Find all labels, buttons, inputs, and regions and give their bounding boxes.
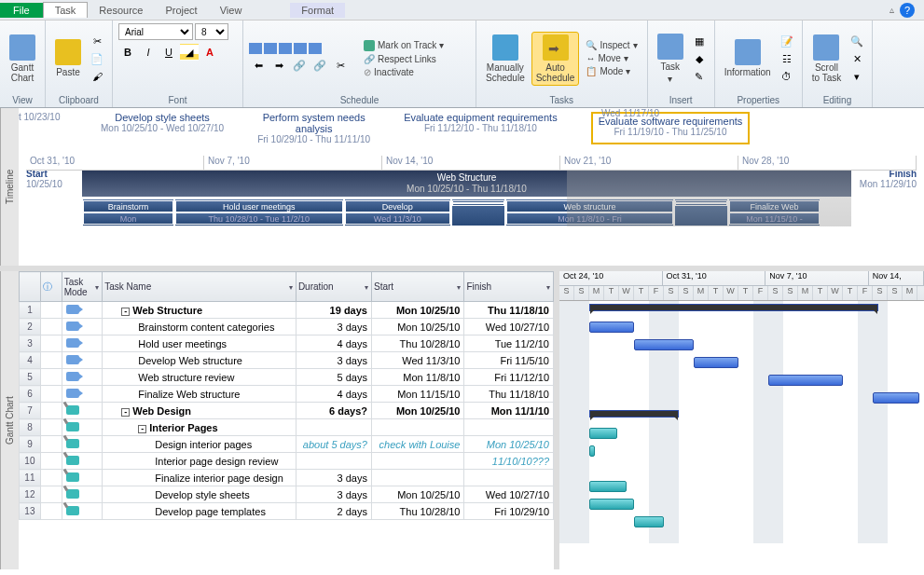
bgcolor-button[interactable]: ◢ bbox=[180, 44, 199, 61]
name-cell[interactable]: Develop Web structure bbox=[103, 352, 297, 369]
task-insert-button[interactable]: Task▾ bbox=[654, 32, 687, 86]
unlink-button[interactable]: 🔗 bbox=[310, 57, 329, 74]
format-painter-button[interactable]: 🖌 bbox=[88, 68, 106, 85]
gantt-bar[interactable] bbox=[694, 357, 738, 368]
mark-on-track-button[interactable]: Mark on Track ▾ bbox=[360, 39, 448, 52]
start-cell[interactable]: Mon 10/25/10 bbox=[371, 403, 463, 419]
name-col[interactable]: Task Name▾ bbox=[103, 272, 297, 302]
notes-button[interactable]: 📝 bbox=[778, 33, 796, 49]
start-cell[interactable] bbox=[371, 453, 463, 470]
mode-cell[interactable] bbox=[62, 319, 103, 335]
task-row[interactable]: 8 -Interior Pages bbox=[20, 419, 554, 436]
format-tab[interactable]: Format bbox=[290, 3, 345, 18]
start-col[interactable]: Start▾ bbox=[371, 272, 463, 302]
duration-cell[interactable]: 3 days bbox=[296, 486, 371, 503]
start-cell[interactable]: Mon 11/8/10 bbox=[371, 369, 463, 386]
name-cell[interactable]: Interior page design review bbox=[103, 453, 297, 470]
outline-toggle[interactable]: - bbox=[121, 408, 130, 417]
timeline-task-bar[interactable]: Hold user meetingsThu 10/28/10 - Tue 11/… bbox=[174, 199, 344, 226]
italic-button[interactable]: I bbox=[139, 44, 158, 61]
move-button[interactable]: ↔Move ▾ bbox=[582, 52, 641, 64]
name-cell[interactable]: -Web Structure bbox=[103, 302, 297, 319]
name-cell[interactable]: Develop style sheets bbox=[103, 486, 297, 503]
start-cell[interactable]: Thu 10/28/10 bbox=[371, 503, 463, 520]
outline-toggle[interactable]: - bbox=[121, 308, 130, 316]
row-number[interactable]: 5 bbox=[20, 369, 41, 386]
minimize-ribbon-icon[interactable]: ▵ bbox=[890, 5, 894, 15]
respect-links-button[interactable]: 🔗Respect Links bbox=[360, 53, 448, 65]
mode-cell[interactable] bbox=[62, 386, 103, 403]
row-number[interactable]: 13 bbox=[20, 503, 41, 520]
mode-button[interactable]: 📋Mode ▾ bbox=[582, 65, 641, 77]
inactivate-button[interactable]: ⊘Inactivate bbox=[360, 66, 448, 78]
gantt-bar[interactable] bbox=[589, 410, 679, 418]
paste-button[interactable]: Paste bbox=[51, 37, 85, 79]
summary-button[interactable]: ▦ bbox=[690, 33, 709, 49]
timeline-callout[interactable]: Develop style sheetsMon 10/25/10 - Wed 1… bbox=[101, 112, 224, 144]
gantt-bar[interactable] bbox=[589, 322, 634, 333]
finish-cell[interactable]: Fri 10/29/10 bbox=[464, 503, 554, 520]
indicator-col[interactable]: ⓘ bbox=[40, 272, 62, 302]
outline-toggle[interactable]: - bbox=[138, 425, 146, 433]
task-row[interactable]: 9 Design interior pages about 5 days? ch… bbox=[20, 436, 554, 453]
duration-cell[interactable]: 4 days bbox=[296, 335, 371, 352]
duration-cell[interactable] bbox=[296, 419, 371, 436]
pct100-button[interactable] bbox=[309, 43, 322, 54]
file-tab[interactable]: File bbox=[0, 3, 43, 18]
task-table[interactable]: ⓘ Task Mode▾ Task Name▾ Duration▾ Start▾… bbox=[19, 271, 559, 569]
mode-cell[interactable] bbox=[62, 419, 103, 436]
gantt-chart-area[interactable]: Oct 24, '10Oct 31, '10Nov 7, '10Nov 14, … bbox=[559, 271, 924, 569]
row-number[interactable]: 7 bbox=[20, 403, 41, 419]
auto-schedule-button[interactable]: ➡ Auto Schedule bbox=[531, 32, 580, 86]
finish-cell[interactable]: Fri 11/5/10 bbox=[464, 352, 554, 369]
name-cell[interactable]: Hold user meetings bbox=[103, 335, 297, 352]
copy-button[interactable]: 📄 bbox=[88, 50, 106, 67]
duration-cell[interactable] bbox=[296, 453, 371, 470]
timeline-add-button[interactable]: ⏱ bbox=[778, 68, 796, 85]
duration-cell[interactable]: 3 days bbox=[296, 470, 371, 486]
task-row[interactable]: 11 Finalize interior page design 3 days bbox=[20, 470, 554, 486]
duration-cell[interactable]: 3 days bbox=[296, 319, 371, 335]
duration-cell[interactable]: 2 days bbox=[296, 503, 371, 520]
start-cell[interactable]: Mon 10/25/10 bbox=[371, 302, 463, 319]
manually-schedule-button[interactable]: Manually Schedule bbox=[482, 33, 529, 85]
finish-cell[interactable]: Tue 11/2/10 bbox=[464, 335, 554, 352]
timeline-callout[interactable]: Evaluate equipment requirementsFri 11/12… bbox=[404, 112, 557, 144]
bold-button[interactable]: B bbox=[118, 44, 137, 61]
finish-cell[interactable] bbox=[464, 470, 554, 486]
name-cell[interactable]: Finalize Web structure bbox=[103, 386, 297, 403]
row-number[interactable]: 6 bbox=[20, 386, 41, 403]
row-number[interactable]: 8 bbox=[20, 419, 41, 436]
start-cell[interactable]: Mon 10/25/10 bbox=[371, 319, 463, 335]
gantt-bar[interactable] bbox=[768, 375, 843, 386]
start-cell[interactable] bbox=[371, 419, 463, 436]
row-number[interactable]: 9 bbox=[20, 436, 41, 453]
row-number[interactable]: 12 bbox=[20, 486, 41, 503]
start-cell[interactable]: check with Louise bbox=[371, 436, 463, 453]
mode-cell[interactable] bbox=[62, 352, 103, 369]
fontcolor-button[interactable]: A bbox=[200, 44, 219, 61]
start-cell[interactable]: Thu 10/28/10 bbox=[371, 335, 463, 352]
finish-cell[interactable] bbox=[464, 419, 554, 436]
link-button[interactable]: 🔗 bbox=[290, 57, 309, 74]
fill-button[interactable]: ▾ bbox=[848, 68, 866, 85]
row-number[interactable]: 2 bbox=[20, 319, 41, 335]
task-row[interactable]: 6 Finalize Web structure 4 days Mon 11/1… bbox=[20, 386, 554, 403]
mode-cell[interactable] bbox=[62, 453, 103, 470]
name-cell[interactable]: Develop page templates bbox=[103, 503, 297, 520]
project-tab[interactable]: Project bbox=[154, 3, 208, 18]
duration-cell[interactable]: 5 days bbox=[296, 369, 371, 386]
gantt-bar[interactable] bbox=[589, 499, 634, 510]
task-tab[interactable]: Task bbox=[43, 2, 89, 18]
finish-cell[interactable]: Wed 10/27/10 bbox=[464, 486, 554, 503]
name-cell[interactable]: -Web Design bbox=[103, 403, 297, 419]
finish-cell[interactable]: Wed 10/27/10 bbox=[464, 319, 554, 335]
timeline-panel[interactable]: t 10/23/10 Wed 11/17/10 Develop style sh… bbox=[19, 108, 924, 266]
task-row[interactable]: 4 Develop Web structure 3 days Wed 11/3/… bbox=[20, 352, 554, 369]
finish-cell[interactable]: Mon 10/25/10 bbox=[464, 436, 554, 453]
task-row[interactable]: 3 Hold user meetings 4 days Thu 10/28/10… bbox=[20, 335, 554, 352]
milestone-button[interactable]: ◆ bbox=[690, 50, 709, 67]
finish-cell[interactable]: 11/10/10??? bbox=[464, 453, 554, 470]
duration-cell[interactable]: 3 days bbox=[296, 352, 371, 369]
task-row[interactable]: 10 Interior page design review 11/10/10?… bbox=[20, 453, 554, 470]
